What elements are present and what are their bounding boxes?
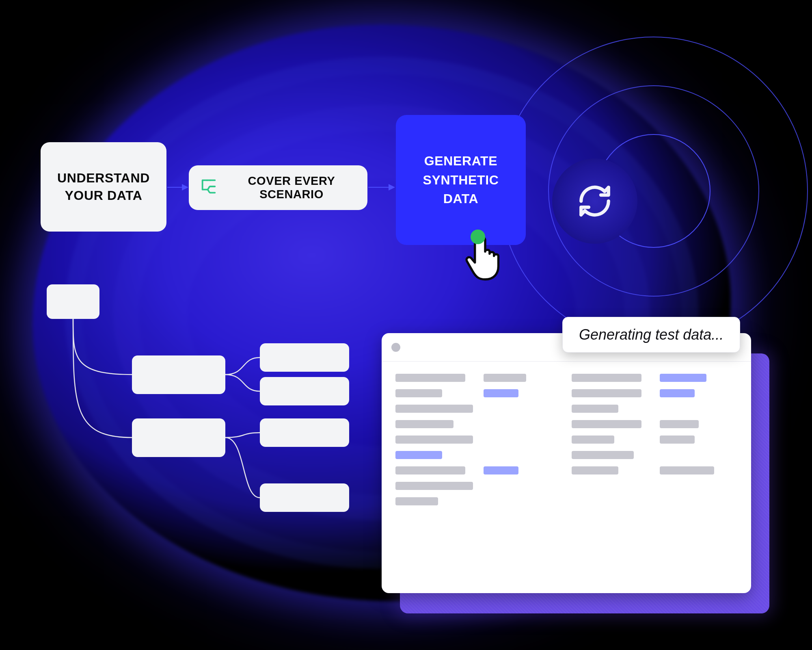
tree-node [132, 355, 225, 394]
step-understand-card: UNDERSTAND YOUR DATA [41, 142, 166, 232]
data-bar [660, 420, 699, 428]
tree-node [260, 418, 349, 447]
data-bar [660, 374, 706, 382]
data-bar [572, 436, 614, 444]
data-grid [382, 362, 751, 518]
arrow-icon [167, 187, 188, 188]
concentric-rings [499, 37, 808, 345]
step-cover-label: COVER EVERY SCENARIO [226, 174, 357, 201]
data-bar [395, 497, 438, 505]
status-badge: Generating test data... [562, 317, 740, 353]
hand-cursor-icon [461, 230, 510, 282]
data-bar [395, 374, 465, 382]
branch-icon [199, 177, 218, 199]
data-bar [572, 466, 618, 474]
tree-node [260, 483, 349, 512]
step-generate-label: GENERATE SYNTHETIC DATA [413, 152, 509, 208]
status-text: Generating test data... [579, 326, 723, 343]
data-bar [395, 451, 442, 459]
arrow-icon [368, 187, 394, 188]
data-bar [572, 389, 641, 397]
data-bar [572, 405, 618, 413]
data-bar [395, 436, 473, 444]
data-bar [395, 482, 473, 490]
step-understand-label: UNDERSTAND YOUR DATA [53, 169, 154, 204]
data-bar [395, 466, 465, 474]
tree-node [260, 343, 349, 372]
data-bar [572, 374, 641, 382]
data-bar [484, 374, 526, 382]
step-generate-card[interactable]: GENERATE SYNTHETIC DATA [396, 115, 526, 245]
data-bar [660, 436, 695, 444]
data-bar [484, 389, 518, 397]
data-bar [395, 389, 442, 397]
sync-icon [552, 158, 637, 244]
data-bar [395, 420, 454, 428]
data-bar [572, 451, 634, 459]
tree-node [132, 418, 225, 457]
data-bar [395, 405, 473, 413]
window-control-icon [391, 343, 400, 352]
step-cover-card: COVER EVERY SCENARIO [189, 165, 367, 210]
data-bar [572, 420, 641, 428]
data-bar [484, 466, 518, 474]
data-bar [660, 389, 695, 397]
tree-node [260, 377, 349, 405]
data-window [382, 333, 751, 593]
data-bar [660, 466, 714, 474]
tree-diagram [47, 284, 380, 536]
